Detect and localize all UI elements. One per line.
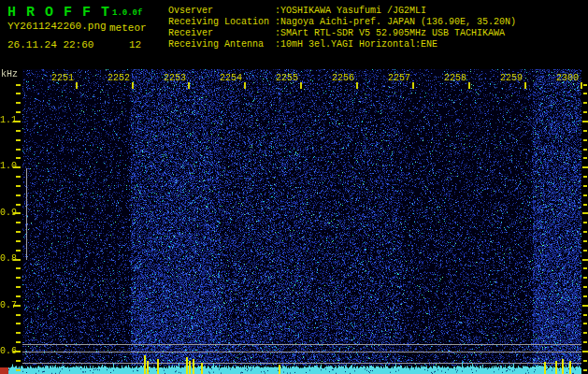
receiver-value: :SMArt RTL-SDR V5 52.905MHz USB TACHIKAW…: [275, 28, 505, 39]
app-version: 1.0.0f: [112, 8, 142, 18]
antenna-value: :10mH 3el.YAGI Horizontal:ENE: [275, 39, 437, 50]
hrofft-window: H R O F F T 1.0.0f YY2611242260.png mete…: [0, 0, 588, 374]
receiver-label: Receiver: [168, 28, 275, 39]
freq-tick-label: 1.1: [0, 115, 14, 125]
meteor-count: 12: [129, 39, 141, 50]
freq-axis-unit: kHz: [1, 69, 18, 79]
time-tick-label: 2259: [500, 73, 523, 83]
info-row-observer: Ovserver :YOSHIKAWA Yasufumi /JG2MLI: [168, 6, 516, 17]
freq-tick-label: 0.8: [0, 253, 14, 264]
info-row-antenna: Receiving Antenna :10mH 3el.YAGI Horizon…: [168, 39, 516, 50]
freq-tick-label: 0.7: [0, 300, 14, 310]
datetime-label: 26.11.24 22:60: [7, 39, 93, 50]
time-tick-label: 2257: [388, 73, 410, 83]
mode-label: meteor: [109, 22, 147, 34]
location-label: Receiving Location: [168, 17, 275, 28]
observer-value: :YOSHIKAWA Yasufumi /JG2MLI: [275, 6, 426, 17]
antenna-label: Receiving Antenna: [168, 39, 275, 50]
station-info: Ovserver :YOSHIKAWA Yasufumi /JG2MLI Rec…: [168, 6, 516, 50]
time-tick-label: 2300: [556, 73, 579, 83]
info-row-location: Receiving Location :Nagoya Aichi-pref. J…: [168, 17, 516, 28]
info-row-receiver: Receiver :SMArt RTL-SDR V5 52.905MHz USB…: [168, 28, 516, 39]
observer-label: Ovserver: [168, 6, 275, 17]
spectrogram-canvas: [0, 67, 588, 374]
time-tick-label: 2253: [164, 73, 186, 83]
time-tick-label: 2258: [444, 73, 466, 83]
time-tick-label: 2255: [276, 73, 298, 83]
output-filename: YY2611242260.png: [7, 21, 107, 32]
time-tick-label: 2254: [220, 73, 242, 83]
freq-tick-label: 1.0: [0, 161, 14, 171]
freq-tick-label: 0.9: [0, 208, 14, 218]
time-tick-label: 2252: [108, 73, 130, 83]
location-value: :Nagoya Aichi-pref. JAPAN (136.90E, 35.2…: [275, 17, 516, 28]
freq-tick-label: 0.6: [0, 346, 14, 356]
time-tick-label: 2256: [332, 73, 354, 83]
time-tick-label: 2251: [51, 73, 74, 83]
app-title: H R O F F T: [7, 5, 110, 21]
